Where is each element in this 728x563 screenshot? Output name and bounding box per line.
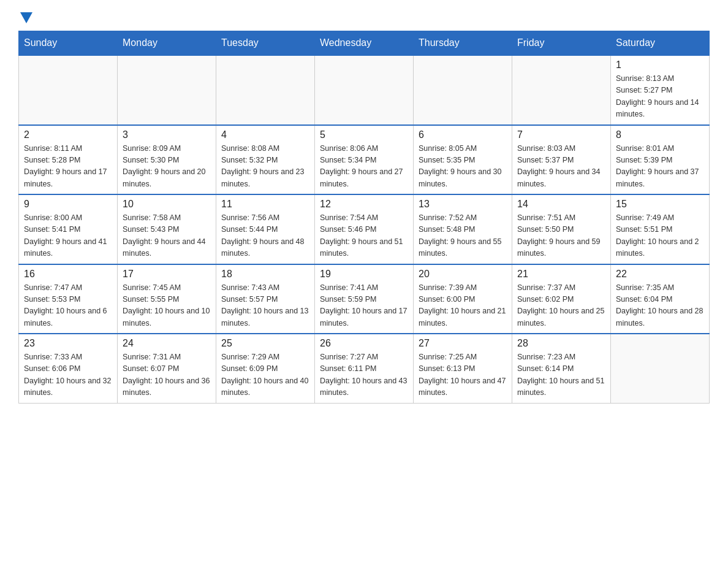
calendar-cell: 9Sunrise: 8:00 AM Sunset: 5:41 PM Daylig… [19,194,118,264]
calendar-cell: 6Sunrise: 8:05 AM Sunset: 5:35 PM Daylig… [414,125,512,195]
day-info: Sunrise: 7:45 AM Sunset: 5:55 PM Dayligh… [123,282,211,330]
calendar-cell: 3Sunrise: 8:09 AM Sunset: 5:30 PM Daylig… [118,125,216,195]
day-number: 15 [616,199,704,210]
day-info: Sunrise: 8:08 AM Sunset: 5:32 PM Dayligh… [221,143,309,191]
day-number: 10 [123,199,211,210]
day-info: Sunrise: 8:06 AM Sunset: 5:34 PM Dayligh… [320,143,408,191]
calendar-cell [611,334,710,403]
day-number: 23 [24,338,112,349]
day-info: Sunrise: 7:47 AM Sunset: 5:53 PM Dayligh… [24,282,112,330]
calendar-cell: 20Sunrise: 7:39 AM Sunset: 6:00 PM Dayli… [414,264,512,334]
calendar-cell: 13Sunrise: 7:52 AM Sunset: 5:48 PM Dayli… [414,194,512,264]
calendar-week-1: 1Sunrise: 8:13 AM Sunset: 5:27 PM Daylig… [19,55,710,125]
calendar-cell [315,55,414,125]
calendar-week-5: 23Sunrise: 7:33 AM Sunset: 6:06 PM Dayli… [19,334,710,403]
day-info: Sunrise: 7:25 AM Sunset: 6:13 PM Dayligh… [419,351,507,399]
calendar-cell: 27Sunrise: 7:25 AM Sunset: 6:13 PM Dayli… [414,334,512,403]
calendar-week-4: 16Sunrise: 7:47 AM Sunset: 5:53 PM Dayli… [19,264,710,334]
day-info: Sunrise: 8:01 AM Sunset: 5:39 PM Dayligh… [616,143,704,191]
day-number: 24 [123,338,211,349]
day-info: Sunrise: 8:09 AM Sunset: 5:30 PM Dayligh… [123,143,211,191]
day-info: Sunrise: 7:43 AM Sunset: 5:57 PM Dayligh… [221,282,309,330]
day-number: 11 [221,199,309,210]
calendar-cell: 4Sunrise: 8:08 AM Sunset: 5:32 PM Daylig… [216,125,315,195]
col-header-wednesday: Wednesday [315,31,414,56]
day-number: 7 [517,129,605,140]
logo [18,12,32,25]
day-info: Sunrise: 7:37 AM Sunset: 6:02 PM Dayligh… [517,282,605,330]
col-header-monday: Monday [118,31,216,56]
day-number: 1 [616,59,704,71]
logo-triangle-icon [20,12,32,23]
day-info: Sunrise: 8:00 AM Sunset: 5:41 PM Dayligh… [24,212,112,260]
calendar-cell: 26Sunrise: 7:27 AM Sunset: 6:11 PM Dayli… [315,334,414,403]
calendar-table: SundayMondayTuesdayWednesdayThursdayFrid… [18,31,710,404]
calendar-cell: 16Sunrise: 7:47 AM Sunset: 5:53 PM Dayli… [19,264,118,334]
day-info: Sunrise: 8:03 AM Sunset: 5:37 PM Dayligh… [517,143,605,191]
day-info: Sunrise: 7:29 AM Sunset: 6:09 PM Dayligh… [221,351,309,399]
day-number: 4 [221,129,309,140]
day-number: 9 [24,199,112,210]
calendar-cell: 7Sunrise: 8:03 AM Sunset: 5:37 PM Daylig… [512,125,611,195]
day-info: Sunrise: 7:23 AM Sunset: 6:14 PM Dayligh… [517,351,605,399]
calendar-week-2: 2Sunrise: 8:11 AM Sunset: 5:28 PM Daylig… [19,125,710,195]
day-number: 20 [419,269,507,280]
calendar-cell: 23Sunrise: 7:33 AM Sunset: 6:06 PM Dayli… [19,334,118,403]
col-header-thursday: Thursday [414,31,512,56]
calendar-cell: 8Sunrise: 8:01 AM Sunset: 5:39 PM Daylig… [611,125,710,195]
calendar-cell [19,55,118,125]
calendar-cell: 12Sunrise: 7:54 AM Sunset: 5:46 PM Dayli… [315,194,414,264]
calendar-cell: 14Sunrise: 7:51 AM Sunset: 5:50 PM Dayli… [512,194,611,264]
calendar-cell: 10Sunrise: 7:58 AM Sunset: 5:43 PM Dayli… [118,194,216,264]
calendar-header-row: SundayMondayTuesdayWednesdayThursdayFrid… [19,31,710,56]
calendar-week-3: 9Sunrise: 8:00 AM Sunset: 5:41 PM Daylig… [19,194,710,264]
col-header-friday: Friday [512,31,611,56]
calendar-cell: 18Sunrise: 7:43 AM Sunset: 5:57 PM Dayli… [216,264,315,334]
day-number: 2 [24,129,112,140]
day-info: Sunrise: 7:51 AM Sunset: 5:50 PM Dayligh… [517,212,605,260]
day-number: 19 [320,269,408,280]
calendar-cell: 25Sunrise: 7:29 AM Sunset: 6:09 PM Dayli… [216,334,315,403]
day-info: Sunrise: 7:49 AM Sunset: 5:51 PM Dayligh… [616,212,704,260]
day-number: 14 [517,199,605,210]
col-header-saturday: Saturday [611,31,710,56]
day-number: 12 [320,199,408,210]
day-info: Sunrise: 7:39 AM Sunset: 6:00 PM Dayligh… [419,282,507,330]
day-number: 18 [221,269,309,280]
day-info: Sunrise: 7:58 AM Sunset: 5:43 PM Dayligh… [123,212,211,260]
day-info: Sunrise: 8:11 AM Sunset: 5:28 PM Dayligh… [24,143,112,191]
day-number: 28 [517,338,605,349]
calendar-cell: 11Sunrise: 7:56 AM Sunset: 5:44 PM Dayli… [216,194,315,264]
day-number: 13 [419,199,507,210]
day-info: Sunrise: 7:52 AM Sunset: 5:48 PM Dayligh… [419,212,507,260]
day-number: 25 [221,338,309,349]
calendar-cell: 19Sunrise: 7:41 AM Sunset: 5:59 PM Dayli… [315,264,414,334]
day-number: 3 [123,129,211,140]
day-info: Sunrise: 7:33 AM Sunset: 6:06 PM Dayligh… [24,351,112,399]
day-number: 22 [616,269,704,280]
calendar-cell [118,55,216,125]
day-number: 26 [320,338,408,349]
day-info: Sunrise: 7:41 AM Sunset: 5:59 PM Dayligh… [320,282,408,330]
calendar-cell: 17Sunrise: 7:45 AM Sunset: 5:55 PM Dayli… [118,264,216,334]
calendar-cell [216,55,315,125]
day-info: Sunrise: 7:56 AM Sunset: 5:44 PM Dayligh… [221,212,309,260]
day-number: 5 [320,129,408,140]
day-info: Sunrise: 8:05 AM Sunset: 5:35 PM Dayligh… [419,143,507,191]
calendar-cell: 28Sunrise: 7:23 AM Sunset: 6:14 PM Dayli… [512,334,611,403]
calendar-cell: 22Sunrise: 7:35 AM Sunset: 6:04 PM Dayli… [611,264,710,334]
calendar-cell: 21Sunrise: 7:37 AM Sunset: 6:02 PM Dayli… [512,264,611,334]
page-header [18,12,710,25]
calendar-cell: 1Sunrise: 8:13 AM Sunset: 5:27 PM Daylig… [611,55,710,125]
calendar-cell: 2Sunrise: 8:11 AM Sunset: 5:28 PM Daylig… [19,125,118,195]
day-number: 8 [616,129,704,140]
day-info: Sunrise: 7:27 AM Sunset: 6:11 PM Dayligh… [320,351,408,399]
day-number: 6 [419,129,507,140]
calendar-cell [414,55,512,125]
day-number: 17 [123,269,211,280]
calendar-cell [512,55,611,125]
day-number: 21 [517,269,605,280]
day-number: 27 [419,338,507,349]
calendar-cell: 5Sunrise: 8:06 AM Sunset: 5:34 PM Daylig… [315,125,414,195]
day-info: Sunrise: 7:35 AM Sunset: 6:04 PM Dayligh… [616,282,704,330]
